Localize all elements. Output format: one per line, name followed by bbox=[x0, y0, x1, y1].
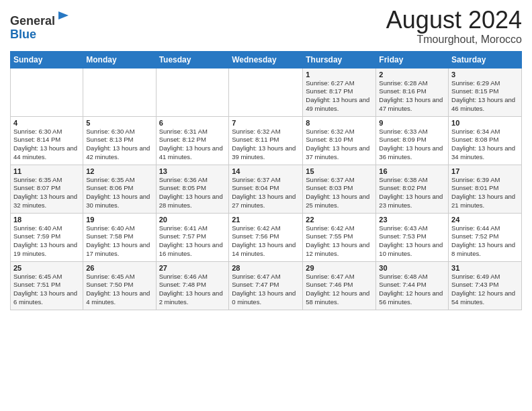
day-info: Sunrise: 6:30 AM Sunset: 8:13 PM Dayligh… bbox=[86, 128, 152, 162]
day-info: Sunrise: 6:49 AM Sunset: 7:43 PM Dayligh… bbox=[451, 273, 519, 307]
logo-general: General bbox=[10, 14, 55, 28]
day-number: 31 bbox=[451, 264, 519, 272]
day-info: Sunrise: 6:36 AM Sunset: 8:05 PM Dayligh… bbox=[159, 176, 226, 210]
day-number: 20 bbox=[159, 216, 226, 224]
day-number: 13 bbox=[159, 167, 226, 175]
calendar-cell: 5Sunrise: 6:30 AM Sunset: 8:13 PM Daylig… bbox=[83, 116, 156, 165]
calendar-cell: 1Sunrise: 6:27 AM Sunset: 8:17 PM Daylig… bbox=[303, 68, 376, 116]
calendar-cell: 16Sunrise: 6:38 AM Sunset: 8:02 PM Dayli… bbox=[376, 165, 449, 213]
calendar-cell: 12Sunrise: 6:35 AM Sunset: 8:06 PM Dayli… bbox=[83, 165, 156, 213]
calendar-cell: 14Sunrise: 6:37 AM Sunset: 8:04 PM Dayli… bbox=[229, 165, 303, 213]
day-number: 15 bbox=[306, 167, 373, 175]
day-number: 16 bbox=[379, 167, 445, 175]
day-number: 2 bbox=[379, 71, 445, 79]
day-info: Sunrise: 6:35 AM Sunset: 8:06 PM Dayligh… bbox=[86, 176, 152, 210]
calendar-cell: 30Sunrise: 6:48 AM Sunset: 7:44 PM Dayli… bbox=[376, 261, 449, 310]
day-info: Sunrise: 6:47 AM Sunset: 7:46 PM Dayligh… bbox=[306, 273, 373, 307]
calendar-table: SundayMondayTuesdayWednesdayThursdayFrid… bbox=[10, 51, 522, 310]
day-number: 4 bbox=[13, 119, 80, 127]
day-number: 18 bbox=[13, 216, 80, 224]
col-header-saturday: Saturday bbox=[449, 51, 522, 68]
calendar-cell: 15Sunrise: 6:37 AM Sunset: 8:03 PM Dayli… bbox=[303, 165, 376, 213]
day-info: Sunrise: 6:27 AM Sunset: 8:17 PM Dayligh… bbox=[306, 79, 373, 113]
day-info: Sunrise: 6:40 AM Sunset: 7:58 PM Dayligh… bbox=[86, 224, 152, 259]
calendar-cell bbox=[83, 68, 156, 116]
day-info: Sunrise: 6:34 AM Sunset: 8:08 PM Dayligh… bbox=[451, 128, 519, 162]
calendar-cell: 11Sunrise: 6:35 AM Sunset: 8:07 PM Dayli… bbox=[11, 165, 83, 213]
calendar-cell: 22Sunrise: 6:42 AM Sunset: 7:55 PM Dayli… bbox=[303, 213, 376, 261]
day-number: 7 bbox=[232, 119, 300, 127]
calendar-cell: 10Sunrise: 6:34 AM Sunset: 8:08 PM Dayli… bbox=[449, 116, 522, 165]
calendar-cell: 20Sunrise: 6:41 AM Sunset: 7:57 PM Dayli… bbox=[156, 213, 229, 261]
calendar-cell: 17Sunrise: 6:39 AM Sunset: 8:01 PM Dayli… bbox=[449, 165, 522, 213]
day-number: 1 bbox=[306, 71, 373, 79]
day-info: Sunrise: 6:29 AM Sunset: 8:15 PM Dayligh… bbox=[451, 79, 519, 113]
day-info: Sunrise: 6:39 AM Sunset: 8:01 PM Dayligh… bbox=[451, 176, 519, 210]
day-info: Sunrise: 6:42 AM Sunset: 7:56 PM Dayligh… bbox=[232, 224, 300, 259]
calendar-cell bbox=[11, 68, 83, 116]
day-number: 3 bbox=[451, 71, 519, 79]
day-info: Sunrise: 6:40 AM Sunset: 7:59 PM Dayligh… bbox=[13, 224, 80, 259]
calendar-cell: 24Sunrise: 6:44 AM Sunset: 7:52 PM Dayli… bbox=[449, 213, 522, 261]
col-header-sunday: Sunday bbox=[11, 51, 83, 68]
day-info: Sunrise: 6:38 AM Sunset: 8:02 PM Dayligh… bbox=[379, 176, 445, 210]
col-header-tuesday: Tuesday bbox=[156, 51, 229, 68]
col-header-wednesday: Wednesday bbox=[229, 51, 303, 68]
day-info: Sunrise: 6:28 AM Sunset: 8:16 PM Dayligh… bbox=[379, 79, 445, 113]
header: General Blue August 2024 Tmourghout, Mor… bbox=[10, 7, 522, 46]
logo-flag-icon bbox=[56, 10, 71, 25]
calendar-week-row: 18Sunrise: 6:40 AM Sunset: 7:59 PM Dayli… bbox=[11, 213, 522, 261]
day-info: Sunrise: 6:30 AM Sunset: 8:14 PM Dayligh… bbox=[13, 128, 80, 162]
day-info: Sunrise: 6:45 AM Sunset: 7:51 PM Dayligh… bbox=[13, 273, 80, 307]
day-number: 17 bbox=[451, 167, 519, 175]
col-header-monday: Monday bbox=[83, 51, 156, 68]
calendar-header-row: SundayMondayTuesdayWednesdayThursdayFrid… bbox=[11, 51, 522, 68]
day-info: Sunrise: 6:43 AM Sunset: 7:53 PM Dayligh… bbox=[379, 224, 445, 259]
calendar-cell: 13Sunrise: 6:36 AM Sunset: 8:05 PM Dayli… bbox=[156, 165, 229, 213]
logo: General Blue bbox=[10, 10, 71, 42]
day-number: 29 bbox=[306, 264, 373, 272]
calendar-cell: 18Sunrise: 6:40 AM Sunset: 7:59 PM Dayli… bbox=[11, 213, 83, 261]
col-header-thursday: Thursday bbox=[303, 51, 376, 68]
page: General Blue August 2024 Tmourghout, Mor… bbox=[0, 0, 532, 411]
day-info: Sunrise: 6:46 AM Sunset: 7:48 PM Dayligh… bbox=[159, 273, 226, 307]
day-info: Sunrise: 6:48 AM Sunset: 7:44 PM Dayligh… bbox=[379, 273, 445, 307]
day-info: Sunrise: 6:32 AM Sunset: 8:10 PM Dayligh… bbox=[306, 128, 373, 162]
day-number: 30 bbox=[379, 264, 445, 272]
calendar-cell: 21Sunrise: 6:42 AM Sunset: 7:56 PM Dayli… bbox=[229, 213, 303, 261]
day-info: Sunrise: 6:44 AM Sunset: 7:52 PM Dayligh… bbox=[451, 224, 519, 259]
day-info: Sunrise: 6:42 AM Sunset: 7:55 PM Dayligh… bbox=[306, 224, 373, 259]
calendar-cell: 28Sunrise: 6:47 AM Sunset: 7:47 PM Dayli… bbox=[229, 261, 303, 310]
col-header-friday: Friday bbox=[376, 51, 449, 68]
calendar-cell: 25Sunrise: 6:45 AM Sunset: 7:51 PM Dayli… bbox=[11, 261, 83, 310]
day-number: 25 bbox=[13, 264, 80, 272]
calendar-week-row: 4Sunrise: 6:30 AM Sunset: 8:14 PM Daylig… bbox=[11, 116, 522, 165]
day-info: Sunrise: 6:32 AM Sunset: 8:11 PM Dayligh… bbox=[232, 128, 300, 162]
month-year-title: August 2024 bbox=[386, 7, 522, 34]
logo-text: General Blue bbox=[10, 10, 71, 42]
calendar-cell: 19Sunrise: 6:40 AM Sunset: 7:58 PM Dayli… bbox=[83, 213, 156, 261]
day-info: Sunrise: 6:37 AM Sunset: 8:03 PM Dayligh… bbox=[306, 176, 373, 210]
day-number: 5 bbox=[86, 119, 152, 127]
day-info: Sunrise: 6:47 AM Sunset: 7:47 PM Dayligh… bbox=[232, 273, 300, 307]
logo-blue: Blue bbox=[10, 28, 36, 41]
day-number: 19 bbox=[86, 216, 152, 224]
day-info: Sunrise: 6:37 AM Sunset: 8:04 PM Dayligh… bbox=[232, 176, 300, 210]
day-info: Sunrise: 6:41 AM Sunset: 7:57 PM Dayligh… bbox=[159, 224, 226, 259]
calendar-week-row: 1Sunrise: 6:27 AM Sunset: 8:17 PM Daylig… bbox=[11, 68, 522, 116]
svg-marker-0 bbox=[58, 11, 69, 19]
calendar-cell: 23Sunrise: 6:43 AM Sunset: 7:53 PM Dayli… bbox=[376, 213, 449, 261]
day-number: 24 bbox=[451, 216, 519, 224]
day-number: 9 bbox=[379, 119, 445, 127]
day-number: 11 bbox=[13, 167, 80, 175]
day-number: 8 bbox=[306, 119, 373, 127]
day-number: 28 bbox=[232, 264, 300, 272]
calendar-week-row: 25Sunrise: 6:45 AM Sunset: 7:51 PM Dayli… bbox=[11, 261, 522, 310]
calendar-cell bbox=[156, 68, 229, 116]
calendar-cell: 8Sunrise: 6:32 AM Sunset: 8:10 PM Daylig… bbox=[303, 116, 376, 165]
day-number: 10 bbox=[451, 119, 519, 127]
calendar-cell: 27Sunrise: 6:46 AM Sunset: 7:48 PM Dayli… bbox=[156, 261, 229, 310]
calendar-week-row: 11Sunrise: 6:35 AM Sunset: 8:07 PM Dayli… bbox=[11, 165, 522, 213]
day-number: 23 bbox=[379, 216, 445, 224]
calendar-cell: 2Sunrise: 6:28 AM Sunset: 8:16 PM Daylig… bbox=[376, 68, 449, 116]
